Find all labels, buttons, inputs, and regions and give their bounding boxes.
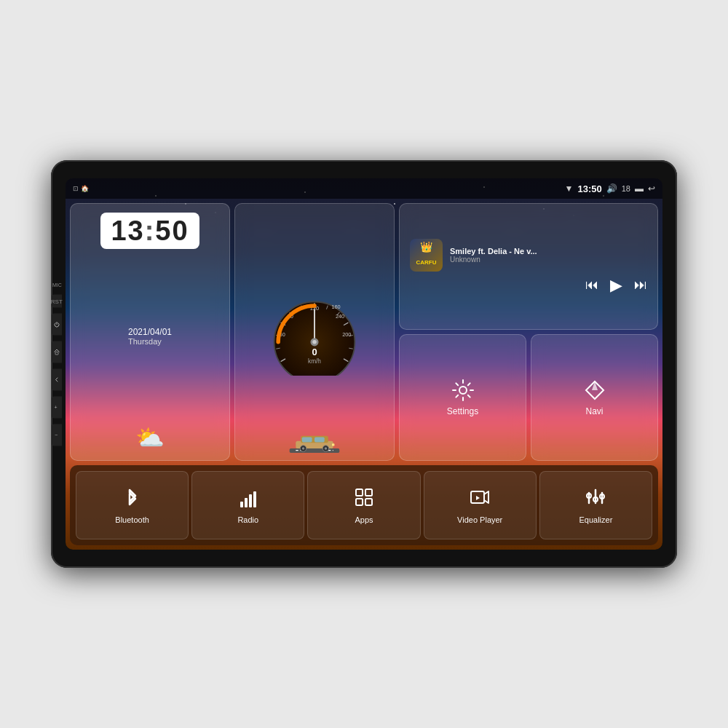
navi-icon bbox=[583, 379, 606, 402]
day-display: Thursday bbox=[128, 337, 172, 346]
radio-icon bbox=[238, 487, 258, 511]
clock-widget[interactable]: 13:50 2021/04/01 Thursday ⛅ bbox=[70, 203, 230, 461]
date-display: 2021/04/01 bbox=[128, 327, 172, 337]
svg-text:km/h: km/h bbox=[308, 357, 321, 365]
svg-rect-42 bbox=[245, 498, 248, 507]
svg-point-36 bbox=[302, 447, 304, 449]
prev-button[interactable]: ⏮ bbox=[585, 277, 598, 293]
back-icon: ↩ bbox=[648, 183, 655, 194]
svg-text:−: − bbox=[55, 432, 58, 438]
main-content: 13:50 2021/04/01 Thursday ⛅ bbox=[66, 199, 662, 550]
music-artist: Unknown bbox=[450, 256, 647, 264]
svg-point-25 bbox=[312, 340, 317, 344]
rst-label: RST bbox=[51, 298, 63, 304]
svg-text:0: 0 bbox=[312, 347, 317, 357]
device: MIC RST + − bbox=[51, 160, 677, 568]
navi-label: Navi bbox=[585, 406, 603, 416]
back-side-button[interactable] bbox=[52, 369, 62, 391]
wifi-icon: ▼ bbox=[565, 183, 574, 194]
music-info: Smiley ft. Delia - Ne v... Unknown bbox=[450, 247, 647, 264]
clock-hours: 13 bbox=[111, 215, 144, 246]
right-panel: 👑 CARFU Smiley ft. Delia - Ne v... Unkno… bbox=[399, 203, 658, 461]
album-logo: CARFU bbox=[416, 259, 437, 266]
speed-widget[interactable]: 60 80 120 160 200 240 0 bbox=[234, 203, 395, 461]
svg-rect-41 bbox=[240, 502, 243, 507]
radio-label: Radio bbox=[237, 515, 258, 524]
svg-text:+: + bbox=[54, 405, 57, 410]
home-side-button[interactable] bbox=[52, 341, 62, 363]
clock-minutes: 50 bbox=[155, 215, 189, 246]
svg-rect-39 bbox=[332, 443, 334, 446]
music-title: Smiley ft. Delia - Ne v... bbox=[450, 247, 647, 256]
rst-button[interactable]: RST bbox=[52, 295, 62, 308]
svg-text:160: 160 bbox=[331, 304, 340, 310]
svg-point-38 bbox=[325, 447, 327, 449]
status-time: 13:50 bbox=[578, 183, 602, 194]
svg-text:240: 240 bbox=[336, 313, 344, 320]
settings-navi-row: Settings Navi bbox=[399, 334, 658, 461]
vol-up-button[interactable]: + bbox=[52, 397, 62, 419]
equalizer-icon bbox=[585, 487, 606, 511]
svg-rect-47 bbox=[356, 499, 363, 505]
video-icon bbox=[470, 487, 490, 511]
next-button[interactable]: ⏭ bbox=[634, 277, 647, 293]
crown-icon: 👑 bbox=[420, 241, 432, 253]
speedometer-svg: 60 80 120 160 200 240 0 bbox=[256, 288, 373, 376]
apps-icon bbox=[354, 487, 374, 511]
bluetooth-label: Bluetooth bbox=[115, 515, 149, 524]
equalizer-button[interactable]: Equalizer bbox=[539, 471, 652, 539]
clock-colon: : bbox=[145, 215, 156, 246]
clock-display: 13:50 bbox=[100, 213, 199, 249]
car-icon bbox=[289, 431, 340, 453]
svg-rect-34 bbox=[314, 438, 325, 443]
apps-button[interactable]: Apps bbox=[307, 471, 420, 539]
settings-icon bbox=[451, 379, 475, 402]
bluetooth-button[interactable]: Bluetooth bbox=[76, 471, 189, 539]
bottom-bar: Bluetooth Radio bbox=[70, 465, 658, 545]
volume-value: 18 bbox=[622, 184, 630, 193]
status-bar: ⊡ 🏠 ▼ 13:50 🔊 18 ▬ ↩ bbox=[66, 178, 662, 199]
status-right: ▼ 13:50 🔊 18 ▬ ↩ bbox=[565, 183, 655, 194]
settings-label: Settings bbox=[447, 406, 478, 416]
svg-rect-33 bbox=[302, 438, 312, 443]
play-button[interactable]: ▶ bbox=[610, 276, 622, 295]
svg-point-40 bbox=[459, 387, 467, 394]
screen: ⊡ 🏠 ▼ 13:50 🔊 18 ▬ ↩ 13:50 bbox=[66, 178, 662, 550]
battery-icon: ▬ bbox=[635, 183, 644, 194]
settings-button[interactable]: Settings bbox=[399, 334, 526, 461]
svg-rect-46 bbox=[365, 489, 372, 496]
album-art: 👑 CARFU bbox=[410, 239, 443, 272]
svg-rect-48 bbox=[365, 499, 372, 505]
bluetooth-icon bbox=[122, 487, 143, 511]
weather-icon: ⛅ bbox=[135, 424, 165, 451]
svg-rect-43 bbox=[249, 494, 252, 507]
music-widget[interactable]: 👑 CARFU Smiley ft. Delia - Ne v... Unkno… bbox=[399, 203, 658, 330]
power-button[interactable] bbox=[52, 314, 62, 336]
navi-button[interactable]: Navi bbox=[531, 334, 658, 461]
svg-text:200: 200 bbox=[342, 331, 351, 338]
side-buttons: MIC RST + − bbox=[50, 282, 62, 446]
mic-label: MIC bbox=[50, 282, 62, 288]
music-controls: ⏮ ▶ ⏭ bbox=[410, 276, 647, 295]
status-left: ⊡ 🏠 bbox=[73, 185, 89, 192]
equalizer-label: Equalizer bbox=[579, 515, 612, 524]
apps-label: Apps bbox=[355, 515, 373, 524]
video-label: Video Player bbox=[457, 515, 502, 524]
volume-icon: 🔊 bbox=[606, 183, 617, 194]
status-icons-left: ⊡ 🏠 bbox=[73, 185, 89, 192]
svg-rect-44 bbox=[253, 491, 256, 507]
svg-rect-0 bbox=[55, 352, 58, 355]
svg-rect-45 bbox=[356, 489, 363, 496]
video-player-button[interactable]: Video Player bbox=[424, 471, 537, 539]
vol-down-button[interactable]: − bbox=[52, 424, 62, 446]
radio-button[interactable]: Radio bbox=[191, 471, 304, 539]
